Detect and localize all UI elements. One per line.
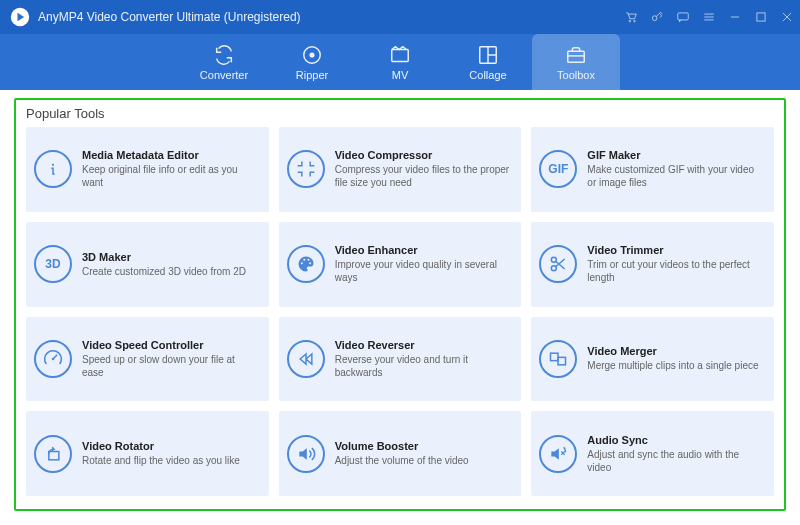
sync-icon (539, 435, 577, 473)
tool-desc: Adjust and sync the audio with the video (587, 448, 764, 474)
svg-point-22 (303, 259, 305, 261)
close-button[interactable] (774, 0, 800, 34)
tab-label: MV (392, 69, 409, 81)
tool-media-metadata-editor[interactable]: Media Metadata EditorKeep original file … (26, 127, 269, 212)
scissors-icon (539, 245, 577, 283)
svg-rect-18 (568, 51, 585, 62)
volume-icon (287, 435, 325, 473)
svg-point-1 (629, 20, 631, 22)
tool-name: Media Metadata Editor (82, 149, 259, 161)
tool-name: GIF Maker (587, 149, 764, 161)
tool-desc: Improve your video quality in several wa… (335, 258, 512, 284)
tool-name: Video Enhancer (335, 244, 512, 256)
tab-collage[interactable]: Collage (444, 34, 532, 90)
tool-desc: Keep original file info or edit as you w… (82, 163, 259, 189)
app-logo-icon (10, 7, 30, 27)
main-tabs: Converter Ripper MV Collage Toolbox (0, 34, 800, 90)
svg-point-26 (552, 266, 557, 271)
tab-label: Toolbox (557, 69, 595, 81)
svg-rect-4 (678, 13, 689, 20)
tool-gif-maker[interactable]: GIF GIF MakerMake customized GIF with yo… (531, 127, 774, 212)
tool-name: Audio Sync (587, 434, 764, 446)
tool-video-rotator[interactable]: Video RotatorRotate and flip the video a… (26, 411, 269, 496)
palette-icon (287, 245, 325, 283)
tool-desc: Merge multiple clips into a single piece (587, 359, 758, 372)
svg-rect-9 (757, 13, 765, 21)
tool-name: Video Rotator (82, 440, 240, 452)
svg-point-23 (307, 259, 309, 261)
svg-point-20 (52, 164, 54, 166)
gif-icon: GIF (539, 150, 577, 188)
toolbox-icon (565, 44, 587, 66)
tab-converter[interactable]: Converter (180, 34, 268, 90)
tool-video-trimmer[interactable]: Video TrimmerTrim or cut your videos to … (531, 222, 774, 307)
tools-grid: Media Metadata EditorKeep original file … (26, 127, 774, 496)
tab-toolbox[interactable]: Toolbox (532, 34, 620, 90)
chat-icon[interactable] (670, 0, 696, 34)
tool-video-compressor[interactable]: Video CompressorCompress your video file… (279, 127, 522, 212)
tool-desc: Make customized GIF with your video or i… (587, 163, 764, 189)
rotate-icon (34, 435, 72, 473)
converter-icon (213, 44, 235, 66)
tool-desc: Speed up or slow down your file at ease (82, 353, 259, 379)
tool-name: Video Reverser (335, 339, 512, 351)
tool-video-reverser[interactable]: Video ReverserReverse your video and tur… (279, 317, 522, 402)
svg-rect-14 (392, 49, 409, 61)
tab-ripper[interactable]: Ripper (268, 34, 356, 90)
tool-video-merger[interactable]: Video MergerMerge multiple clips into a … (531, 317, 774, 402)
mv-icon (389, 44, 411, 66)
tab-label: Collage (469, 69, 506, 81)
reverse-icon (287, 340, 325, 378)
svg-point-13 (310, 53, 314, 57)
minimize-button[interactable] (722, 0, 748, 34)
tool-desc: Adjust the volume of the video (335, 454, 469, 467)
tool-desc: Rotate and flip the video as you like (82, 454, 240, 467)
tool-name: 3D Maker (82, 251, 246, 263)
compress-icon (287, 150, 325, 188)
tool-3d-maker[interactable]: 3D 3D MakerCreate customized 3D video fr… (26, 222, 269, 307)
cart-icon[interactable] (618, 0, 644, 34)
merge-icon (539, 340, 577, 378)
tool-video-speed-controller[interactable]: Video Speed ControllerSpeed up or slow d… (26, 317, 269, 402)
tool-desc: Reverse your video and turn it backwards (335, 353, 512, 379)
tool-desc: Trim or cut your videos to the perfect l… (587, 258, 764, 284)
tool-audio-sync[interactable]: Audio SyncAdjust and sync the audio with… (531, 411, 774, 496)
svg-point-21 (300, 262, 302, 264)
tools-panel: Popular Tools Media Metadata EditorKeep … (14, 98, 786, 511)
collage-icon (477, 44, 499, 66)
tool-video-enhancer[interactable]: Video EnhancerImprove your video quality… (279, 222, 522, 307)
tool-name: Video Merger (587, 345, 758, 357)
titlebar: AnyMP4 Video Converter Ultimate (Unregis… (0, 0, 800, 34)
svg-point-25 (552, 257, 557, 262)
tool-name: Video Speed Controller (82, 339, 259, 351)
tool-desc: Compress your video files to the proper … (335, 163, 512, 189)
tool-volume-booster[interactable]: Volume BoosterAdjust the volume of the v… (279, 411, 522, 496)
content-area: Popular Tools Media Metadata EditorKeep … (0, 90, 800, 525)
app-title: AnyMP4 Video Converter Ultimate (Unregis… (38, 10, 618, 24)
speed-icon (34, 340, 72, 378)
tab-label: Ripper (296, 69, 328, 81)
ripper-icon (301, 44, 323, 66)
tool-name: Video Trimmer (587, 244, 764, 256)
key-icon[interactable] (644, 0, 670, 34)
tab-mv[interactable]: MV (356, 34, 444, 90)
tool-desc: Create customized 3D video from 2D (82, 265, 246, 278)
info-icon (34, 150, 72, 188)
tool-name: Volume Booster (335, 440, 469, 452)
tab-label: Converter (200, 69, 248, 81)
panel-title: Popular Tools (26, 106, 774, 121)
svg-rect-29 (558, 357, 566, 365)
maximize-button[interactable] (748, 0, 774, 34)
svg-point-24 (309, 262, 311, 264)
svg-rect-28 (551, 353, 559, 361)
3d-icon: 3D (34, 245, 72, 283)
svg-point-27 (52, 358, 55, 361)
svg-point-2 (634, 20, 636, 22)
svg-rect-30 (49, 451, 59, 459)
tool-name: Video Compressor (335, 149, 512, 161)
menu-icon[interactable] (696, 0, 722, 34)
svg-point-3 (652, 16, 657, 21)
